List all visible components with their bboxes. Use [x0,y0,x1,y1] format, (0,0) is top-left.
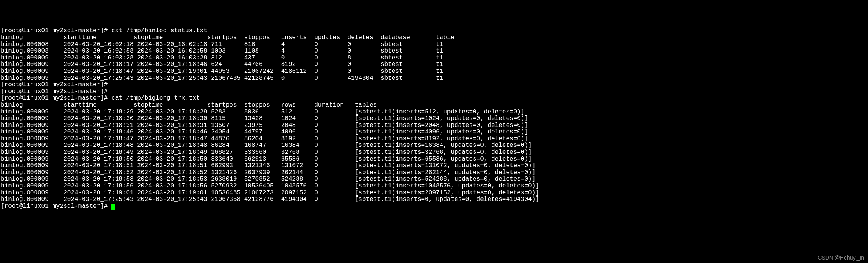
cursor [111,204,115,210]
table-row: binlog.000009 2024-03-20_17:18:50 2024-0… [1,156,867,163]
table-row: binlog.000009 2024-03-20_17:18:46 2024-0… [1,129,867,136]
table-row: binlog.000009 2024-03-20_17:18:29 2024-0… [1,109,867,116]
table-row: binlog.000008 2024-03-20_16:02:18 2024-0… [1,41,867,48]
prompt-line: [root@linux01 my2sql-master]# cat /tmp/b… [1,95,867,102]
command-text: cat /tmp/binlog_status.txt [111,27,207,34]
table-row: binlog.000009 2024-03-20_17:25:43 2024-0… [1,196,867,203]
table-row: binlog.000009 2024-03-20_17:18:47 2024-0… [1,68,867,75]
table-row: binlog.000009 2024-03-20_17:19:01 2024-0… [1,190,867,197]
prompt-line: [root@linux01 my2sql-master]# [1,89,867,95]
table-row: binlog.000009 2024-03-20_17:18:30 2024-0… [1,115,867,122]
table-row: binlog.000009 2024-03-20_17:18:49 2024-0… [1,149,867,156]
table-row: binlog.000009 2024-03-20_17:18:53 2024-0… [1,176,867,183]
prompt-line[interactable]: [root@linux01 my2sql-master]# [1,203,867,210]
table-row: binlog.000009 2024-03-20_17:18:56 2024-0… [1,183,867,190]
table-row: binlog.000008 2024-03-20_16:02:58 2024-0… [1,48,867,55]
terminal-output[interactable]: [root@linux01 my2sql-master]# cat /tmp/b… [1,28,867,210]
command-text: cat /tmp/biglong_trx.txt [111,95,200,102]
shell-prompt: [root@linux01 my2sql-master]# [1,203,111,210]
shell-prompt: [root@linux01 my2sql-master]# [1,95,111,102]
prompt-line: [root@linux01 my2sql-master]# [1,82,867,89]
table-row: binlog.000009 2024-03-20_17:18:47 2024-0… [1,136,867,143]
table-header: binlog starttime stoptime startpos stopp… [1,102,867,109]
table-row: binlog.000009 2024-03-20_17:18:52 2024-0… [1,169,867,176]
table-row: binlog.000009 2024-03-20_17:18:17 2024-0… [1,61,867,68]
prompt-line: [root@linux01 my2sql-master]# cat /tmp/b… [1,28,867,35]
table-row: binlog.000009 2024-03-20_17:18:31 2024-0… [1,122,867,129]
table-row: binlog.000009 2024-03-20_17:18:48 2024-0… [1,142,867,149]
table-row: binlog.000009 2024-03-20_17:18:51 2024-0… [1,163,867,169]
shell-prompt: [root@linux01 my2sql-master]# [1,27,111,34]
table-row: binlog.000009 2024-03-20_17:25:43 2024-0… [1,75,867,82]
table-header: binlog starttime stoptime startpos stopp… [1,35,867,41]
table-row: binlog.000009 2024-03-20_16:03:28 2024-0… [1,55,867,62]
watermark-text: CSDN @Hehuyi_In [818,255,864,261]
